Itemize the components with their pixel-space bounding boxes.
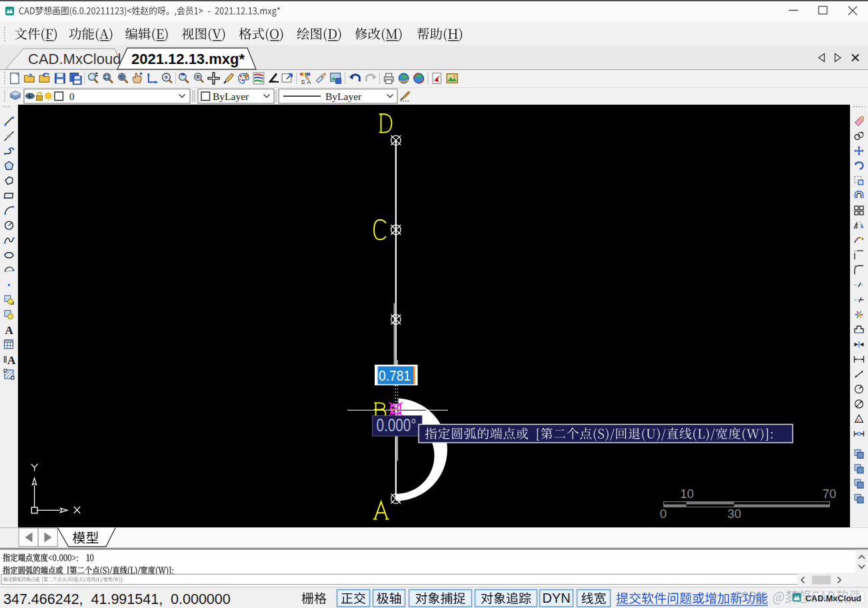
svg-text:347.466242, 41.991541, 0.000: 347.466242, 41.991541, 0.000000 xyxy=(3,591,231,607)
svg-text:A: A xyxy=(7,354,16,367)
svg-text:DYN: DYN xyxy=(542,591,570,605)
svg-text:ByLayer: ByLayer xyxy=(213,91,249,102)
svg-text:10: 10 xyxy=(680,487,694,501)
svg-text:0: 0 xyxy=(69,91,75,102)
svg-text:A: A xyxy=(307,79,311,85)
svg-text:0: 0 xyxy=(660,507,667,521)
svg-text:30: 30 xyxy=(727,507,741,521)
svg-text:0.781: 0.781 xyxy=(379,367,411,384)
svg-text:2021.12.13.mxg*: 2021.12.13.mxg* xyxy=(131,51,245,67)
svg-text:70: 70 xyxy=(823,487,837,501)
svg-text:0.000°: 0.000° xyxy=(377,415,417,435)
svg-text:A: A xyxy=(5,324,14,337)
svg-text:S: S xyxy=(301,79,305,85)
svg-text:CAD.MxCloud: CAD.MxCloud xyxy=(28,51,121,67)
svg-text:ByLayer: ByLayer xyxy=(325,91,362,102)
